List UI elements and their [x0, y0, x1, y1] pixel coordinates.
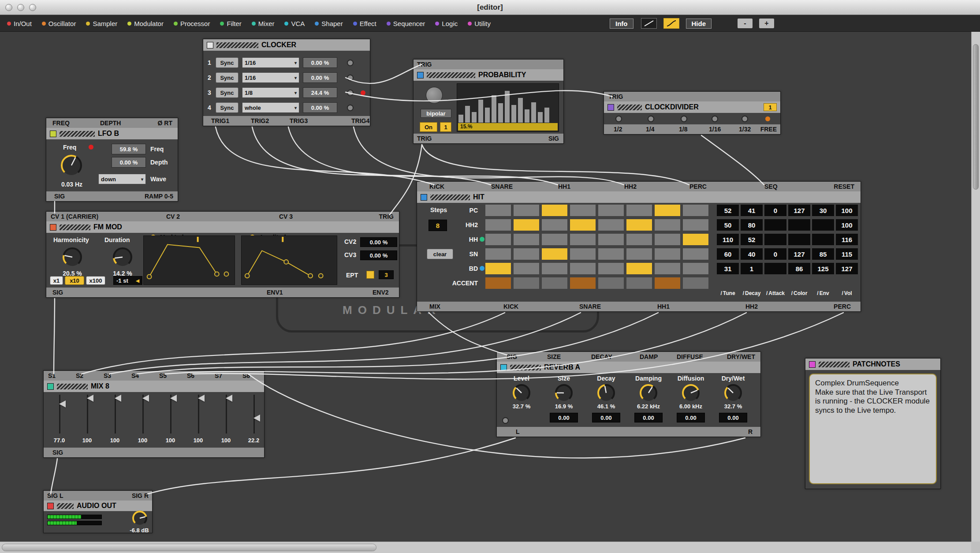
- send-amount-box[interactable]: 0.00: [592, 413, 620, 422]
- knob-dry-wet[interactable]: [723, 383, 743, 403]
- cv3-value[interactable]: 0.00 %: [360, 250, 397, 260]
- fader-handle[interactable]: [226, 395, 232, 402]
- drag-stripes[interactable]: [430, 194, 470, 200]
- hit-grid-cell[interactable]: [598, 263, 624, 274]
- port-label-s8[interactable]: S8: [242, 371, 250, 381]
- port-label-trig-out[interactable]: TRIG: [417, 134, 432, 143]
- module-enable-checkbox[interactable]: [417, 72, 424, 78]
- port-label-env2[interactable]: ENV2: [373, 288, 389, 297]
- envelope1-display[interactable]: [143, 235, 235, 285]
- port-label-damp[interactable]: DAMP: [640, 352, 658, 362]
- fader-handle[interactable]: [87, 395, 93, 402]
- fader-handle[interactable]: [170, 395, 177, 402]
- hit-grid-cell[interactable]: [655, 263, 680, 274]
- port-label-cv2[interactable]: CV 2: [166, 212, 180, 221]
- mix-channel-value[interactable]: 100: [184, 437, 212, 444]
- info-button[interactable]: Info: [610, 19, 633, 29]
- mix-fader[interactable]: [240, 393, 268, 435]
- fader-handle[interactable]: [198, 395, 205, 402]
- port-label-ort[interactable]: Ø RT: [158, 118, 172, 128]
- hit-accent-cell[interactable]: [683, 277, 708, 289]
- hit-accent-cell[interactable]: [655, 277, 680, 289]
- hit-param-cell[interactable]: 100: [836, 205, 858, 216]
- toolbar-category-processor[interactable]: Processor: [174, 20, 210, 27]
- hit-grid-cell[interactable]: [655, 248, 680, 260]
- hit-param-cell[interactable]: [764, 263, 786, 274]
- hit-grid-cell[interactable]: [485, 219, 511, 231]
- hit-param-cell[interactable]: [812, 219, 834, 231]
- port-label-quarter[interactable]: 1/4: [646, 124, 654, 134]
- hit-param-cell[interactable]: [812, 234, 834, 245]
- toolbar-category-modulator[interactable]: Modulator: [127, 20, 164, 27]
- shift-value[interactable]: 24.4 %: [303, 87, 337, 98]
- port-label-sig-out[interactable]: SIG: [548, 134, 559, 143]
- patch-cable[interactable]: [51, 459, 57, 494]
- fader-handle[interactable]: [253, 415, 260, 422]
- hit-accent-cell[interactable]: [598, 277, 624, 289]
- trigger-port[interactable]: [347, 60, 354, 66]
- module-enable-checkbox[interactable]: [207, 42, 213, 49]
- shift-value[interactable]: 0.00 %: [303, 72, 337, 83]
- port-label-s2[interactable]: S2: [76, 371, 83, 381]
- knob-level[interactable]: [511, 383, 532, 403]
- module-enable-checkbox[interactable]: [421, 194, 427, 201]
- port-label-cv1[interactable]: CV 1 (CARRIER): [51, 212, 98, 221]
- module-enable-checkbox[interactable]: [50, 224, 56, 231]
- hit-grid-cell[interactable]: [542, 263, 567, 274]
- hit-param-cell[interactable]: [788, 234, 810, 245]
- hit-grid-cell[interactable]: [514, 234, 539, 245]
- port-label-diffuse[interactable]: DIFFUSE: [677, 352, 703, 362]
- toolbar-category-in-out[interactable]: In/Out: [7, 20, 32, 27]
- ept-value[interactable]: 3: [379, 270, 394, 279]
- hit-accent-cell[interactable]: [514, 277, 539, 289]
- toolbar-category-filter[interactable]: Filter: [220, 20, 241, 27]
- cv2-value[interactable]: 0.00 %: [360, 237, 397, 247]
- drag-stripes[interactable]: [617, 105, 642, 110]
- hit-grid-cell[interactable]: [626, 263, 652, 274]
- toolbar-category-logic[interactable]: Logic: [435, 20, 458, 27]
- hit-grid-cell[interactable]: [570, 219, 596, 231]
- port-label-s1[interactable]: S1: [48, 371, 56, 381]
- port-label-thirtysecond[interactable]: 1/32: [739, 124, 751, 134]
- straight-cord-icon[interactable]: [641, 18, 657, 29]
- port-label-hh1-out[interactable]: HH1: [657, 302, 670, 311]
- trigger-port[interactable]: [347, 105, 354, 111]
- patch-cable[interactable]: [701, 135, 764, 185]
- mix-fader[interactable]: [73, 393, 101, 435]
- hit-grid-cell[interactable]: [683, 263, 708, 274]
- hit-param-cell[interactable]: 80: [741, 219, 763, 231]
- toolbar-category-utility[interactable]: Utility: [468, 20, 491, 27]
- port-label-reset[interactable]: RESET: [834, 182, 854, 191]
- hit-grid-cell[interactable]: [485, 205, 511, 216]
- hit-grid-cell[interactable]: [655, 205, 680, 216]
- sync-button[interactable]: Sync: [216, 72, 238, 83]
- envelope2-display[interactable]: [241, 235, 337, 285]
- hit-grid-cell[interactable]: [570, 205, 596, 216]
- port-label-kick-out[interactable]: KICK: [503, 302, 518, 311]
- hit-grid-cell[interactable]: [626, 205, 652, 216]
- divider-port-4[interactable]: [712, 116, 718, 122]
- hit-param-cell[interactable]: 60: [717, 248, 739, 260]
- mix-channel-value[interactable]: 100: [129, 437, 157, 444]
- port-label-ramp[interactable]: RAMP 0-5: [145, 191, 173, 201]
- hit-param-cell[interactable]: 41: [741, 205, 763, 216]
- port-label-freq[interactable]: FREQ: [52, 118, 70, 128]
- hit-param-cell[interactable]: 127: [836, 263, 858, 274]
- hit-grid-cell[interactable]: [683, 219, 708, 231]
- ept-toggle[interactable]: [366, 271, 374, 279]
- send-amount-box[interactable]: 0.00: [550, 413, 578, 422]
- mix-channel-value[interactable]: 100: [101, 437, 129, 444]
- hit-grid-cell[interactable]: [542, 205, 567, 216]
- drag-stripes[interactable]: [60, 131, 95, 137]
- hit-grid-cell[interactable]: [655, 219, 680, 231]
- port-label-trig[interactable]: TRIG: [417, 60, 432, 69]
- hit-grid-cell[interactable]: [485, 234, 511, 245]
- lfo-freq-value[interactable]: 59.8 %: [112, 144, 146, 154]
- hit-param-cell[interactable]: 86: [788, 263, 810, 274]
- send-amount-box[interactable]: 0.00: [634, 413, 663, 422]
- hit-accent-cell[interactable]: [542, 277, 567, 289]
- knob-diffusion[interactable]: [681, 383, 701, 403]
- db-value[interactable]: -6.8 dB: [124, 527, 155, 534]
- hit-grid-cell[interactable]: [514, 205, 539, 216]
- divider-port-1[interactable]: [615, 116, 622, 122]
